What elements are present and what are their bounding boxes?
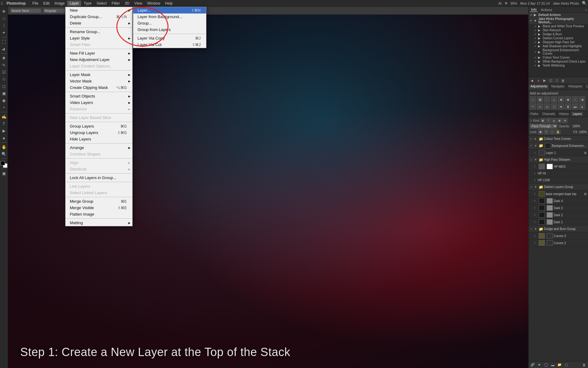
submenu-item-layer[interactable]: Layer... ⇧⌘N — [133, 7, 206, 13]
action-jhp-group[interactable]: ✓ ▼ Jake Hicks Photography Worksh... — [529, 17, 588, 24]
add-mask-button[interactable]: ◯ — [543, 362, 549, 367]
dodge-tool[interactable]: ⚬ — [1, 104, 7, 111]
tab-actions[interactable]: Actions — [540, 8, 553, 12]
layer-vis-hpl[interactable]: ♀ — [533, 178, 538, 182]
tab-history[interactable]: History — [557, 112, 571, 116]
menu-item-new-adjustment-layer[interactable]: New Adjustment Layer — [66, 56, 132, 63]
menu-item-new[interactable]: New — [66, 7, 132, 13]
layer-expand-dg[interactable]: ▼ — [534, 185, 538, 189]
filter-type-icon[interactable]: T — [546, 118, 551, 123]
exposure-icon[interactable]: △ — [551, 96, 557, 102]
levels-icon[interactable]: ▣ — [537, 96, 543, 102]
action-skin[interactable]: ✓ ▶ Skin Retouch — [529, 28, 588, 32]
action-white-bg[interactable]: ✓ ▶ White Background Check Layer — [529, 59, 588, 63]
selection-tool[interactable]: □ — [1, 15, 7, 22]
submenu-item-layer-from-background[interactable]: Layer from Background... — [133, 13, 206, 20]
layer-expand-hp[interactable]: ▼ — [534, 158, 538, 161]
layer-vis-icon2[interactable]: ♀ — [530, 144, 534, 148]
menu-type[interactable]: Type — [81, 1, 94, 6]
menu-image[interactable]: Image — [52, 1, 67, 6]
pen-tool[interactable]: ✍ — [1, 113, 7, 120]
layer-vis-d1[interactable]: ♀ — [533, 220, 538, 224]
foreground-background-colors[interactable] — [1, 161, 7, 168]
threshold-icon[interactable]: ▮ — [565, 103, 571, 109]
gradient-map-icon[interactable]: ▬ — [572, 103, 578, 109]
layer-expand-icon[interactable]: ► — [534, 137, 538, 140]
menu-layer[interactable]: Layer — [67, 1, 81, 6]
layer-vis-d3[interactable]: ♀ — [533, 206, 538, 210]
lock-all-button[interactable]: 🔒 — [556, 129, 560, 134]
filter-shape-icon[interactable]: ▲ — [552, 118, 556, 123]
search-icon[interactable]: 🔍 — [582, 1, 587, 6]
delete-layer-button[interactable]: 🗑 — [581, 362, 587, 367]
menu-item-merge-group[interactable]: Merge Group ⌘E — [66, 198, 132, 205]
layer-curves-3[interactable]: ♀ Curves 3 — [529, 232, 588, 240]
lock-image-button[interactable]: ✎ — [544, 129, 549, 134]
menu-window[interactable]: Window — [145, 1, 163, 6]
hue-saturation-icon[interactable]: ◆ — [565, 96, 571, 102]
move-tool[interactable]: ✥ — [1, 8, 7, 15]
action-bg-enhancement[interactable]: ✓ ▶ Background Enhancement Curves — [529, 48, 588, 56]
menu-item-layer-style[interactable]: Layer Style — [66, 35, 132, 41]
crop-tool[interactable]: ⛶ — [1, 38, 7, 45]
menu-item-arrange[interactable]: Arrange — [66, 144, 132, 151]
shape-tool[interactable]: ▲ — [1, 134, 7, 141]
layer-dark-3[interactable]: ♀ Dark 3 — [529, 205, 588, 212]
magic-wand-tool[interactable]: ✦ — [1, 29, 7, 36]
layer-vis-c2[interactable]: ♀ — [533, 241, 538, 245]
new-action-button[interactable]: ◻ — [554, 78, 559, 83]
layer-base-merged[interactable]: ♀ base merged dupe top ▩ — [529, 190, 588, 197]
filter-pixel-icon[interactable]: ▣ — [541, 118, 545, 123]
layer-hp-med[interactable]: ♀ HP MED — [529, 163, 588, 170]
menu-item-group-layers[interactable]: Group Layers ⌘G — [66, 123, 132, 129]
channel-mixer-icon[interactable]: ⚏ — [537, 103, 543, 109]
layer-hp-sharpen[interactable]: ♀ ▼ 📁 High Pass Sharpen — [529, 156, 588, 163]
menu-item-hide-layers[interactable]: Hide Layers — [66, 136, 132, 142]
lock-position-button[interactable]: ↕ — [550, 129, 555, 134]
menu-item-flatten-image[interactable]: Flatten Image — [66, 211, 132, 217]
menu-file[interactable]: File — [30, 1, 41, 6]
menu-item-ungroup-layers[interactable]: Ungroup Layers ⇧⌘G — [66, 129, 132, 136]
font-style-input[interactable] — [43, 9, 65, 13]
layer-hp-hi[interactable]: ♀ HP HI — [529, 170, 588, 177]
tab-adjustments[interactable]: Adjustments — [529, 84, 549, 90]
history-brush-tool[interactable]: ♲ — [1, 76, 7, 82]
layer-curves-2[interactable]: ♀ Curves 2 — [529, 240, 588, 247]
foreground-color-swatch[interactable] — [1, 161, 5, 165]
layer-vis-db[interactable]: ♀ — [530, 227, 534, 231]
menu-item-new-fill-layer[interactable]: New Fill Layer — [66, 50, 132, 56]
action-add-shadows[interactable]: ✓ ▶ Add Shadows and Highlights — [529, 44, 588, 48]
add-layer-style-button[interactable]: ★ — [537, 362, 542, 367]
menu-view[interactable]: View — [132, 1, 145, 6]
panel-collapse-button[interactable]: « — [585, 8, 587, 12]
layer-colour-tone-curves[interactable]: ♀ ► 📁 Colour Tone Curves — [529, 136, 588, 142]
zoom-tool[interactable]: 🔍 — [1, 151, 7, 157]
layer-dark-4[interactable]: ♀ Dark 4 — [529, 197, 588, 205]
posterize-icon[interactable]: ▰ — [558, 103, 564, 109]
submenu-item-group-from-layers[interactable]: Group from Layers — [133, 26, 206, 33]
menu-item-rename-group[interactable]: Rename Group... — [66, 29, 132, 35]
menu-item-duplicate-group[interactable]: Duplicate Group... ⌘⌥N — [66, 13, 132, 20]
clone-stamp-tool[interactable]: ☑ — [1, 69, 7, 75]
stop-button[interactable]: ■ — [530, 78, 535, 83]
healing-brush-tool[interactable]: ✚ — [1, 55, 7, 61]
new-layer-button[interactable]: ▢ — [564, 362, 569, 367]
font-family-input[interactable] — [10, 9, 41, 13]
record-button[interactable]: ● — [536, 78, 541, 83]
color-lookup-icon[interactable]: ⚌ — [544, 103, 550, 109]
new-action-set-button[interactable]: ◫ — [548, 78, 553, 83]
layer-vis-hp[interactable]: ♀ — [530, 158, 534, 162]
submenu-item-layer-via-cut[interactable]: Layer Via Cut ⇧⌘J — [133, 41, 206, 48]
menu-help[interactable]: Help — [163, 1, 175, 6]
invert-icon[interactable]: ◻ — [551, 103, 557, 109]
menu-edit[interactable]: Edit — [41, 1, 52, 6]
menu-item-vector-mask[interactable]: Vector Mask — [66, 78, 132, 84]
type-tool[interactable]: T — [1, 120, 7, 127]
menu-item-smart-objects[interactable]: Smart Objects — [66, 93, 132, 99]
black-white-icon[interactable]: ◀ — [579, 96, 585, 102]
layer-darken-group[interactable]: ♀ ▼ 📁 Darken Layers Group — [529, 184, 588, 190]
gradient-tool[interactable]: ▣ — [1, 90, 7, 97]
layer-hp-low[interactable]: ♀ HP LOW — [529, 177, 588, 184]
layer-bg-enhancement[interactable]: ♀ ▼ 📁 Background Enhanceme... — [529, 142, 588, 149]
layer-vis-hpm[interactable]: ♀ — [533, 164, 538, 169]
